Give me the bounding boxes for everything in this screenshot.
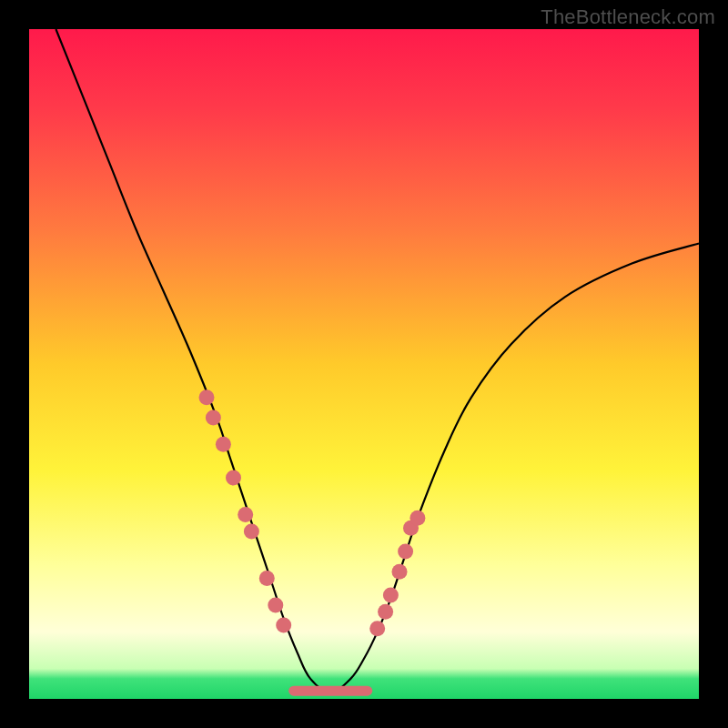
marker-dot [226,470,241,486]
watermark-text: TheBottleneck.com [541,5,715,29]
marker-dot [410,511,425,526]
outer-frame: TheBottleneck.com [0,0,728,728]
marker-dot [244,524,259,540]
marker-dot [206,410,221,425]
marker-dot [369,621,385,636]
chart-svg [29,29,699,699]
marker-dot [216,437,231,452]
marker-dot [276,618,291,633]
marker-dot [199,389,215,405]
marker-group [199,389,426,636]
plot-area [29,29,699,699]
marker-dot [392,564,408,580]
marker-dot [383,587,399,602]
marker-dot [378,604,393,620]
marker-dot [268,598,283,613]
marker-dot [259,571,275,586]
marker-dot [398,544,413,560]
bottleneck-curve [56,29,699,693]
marker-dot [238,507,253,522]
